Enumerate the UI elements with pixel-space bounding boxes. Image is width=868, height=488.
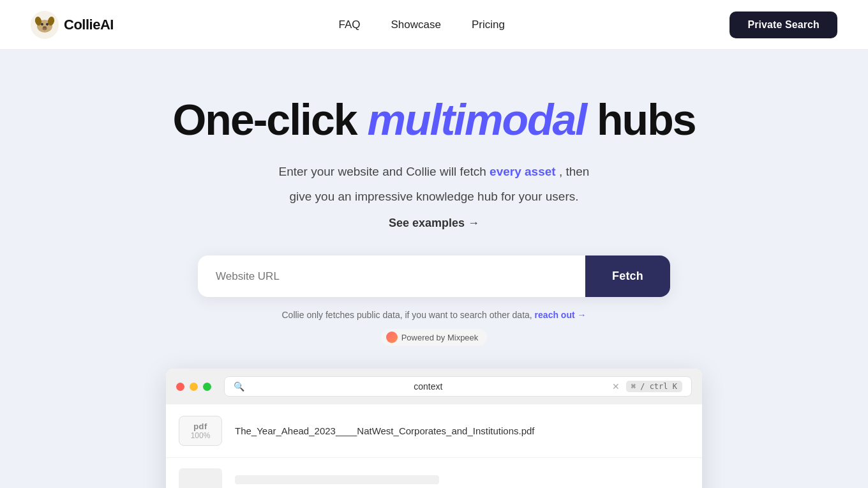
hero-subtext: Enter your website and Collie will fetch… [279,162,590,181]
heading-start: One-click [172,95,367,144]
powered-label: Powered by Mixpeek [401,333,479,342]
traffic-light-red [176,383,184,391]
hero-subtext-2: give you an impressive knowledge hub for… [289,187,578,206]
svg-point-6 [43,26,47,29]
hero-heading: One-click multimodal hubs [172,96,695,144]
logo[interactable]: CollieAI [31,11,114,39]
result-icon-placeholder [179,468,222,488]
heading-highlight: multimodal [368,95,587,144]
disclaimer-text: Collie only fetches public data, if you … [281,310,586,320]
browser-mockup: 🔍 context ✕ ⌘ / ctrl K pdf 100% The_Year… [166,369,702,488]
sub-start: Enter your website and Collie will fetch [279,165,490,178]
nav-showcase[interactable]: Showcase [391,19,440,31]
nav-faq[interactable]: FAQ [338,19,360,31]
pdf-result-row: pdf 100% The_Year_Ahead_2023____NatWest_… [166,404,702,458]
traffic-light-green [203,383,211,391]
sub-end: , then [556,165,590,178]
navbar: CollieAI FAQ Showcase Pricing Private Se… [0,0,868,50]
pdf-filename: The_Year_Ahead_2023____NatWest_Corporate… [235,425,535,436]
powered-by: Powered by Mixpeek [381,329,488,346]
pdf-type-label: pdf [193,422,207,431]
pdf-percent-label: 100% [191,431,211,440]
nav-links: FAQ Showcase Pricing [338,19,504,31]
browser-shortcut-badge: ⌘ / ctrl K [626,381,682,392]
logo-icon [31,11,59,39]
browser-search-text: context [251,381,606,392]
browser-search-icon: 🔍 [234,381,244,392]
fetch-button[interactable]: Fetch [585,255,670,297]
sub-highlight: every asset [490,165,556,178]
hero-section: One-click multimodal hubs Enter your web… [0,50,868,488]
browser-search-bar[interactable]: 🔍 context ✕ ⌘ / ctrl K [224,376,692,397]
private-search-button[interactable]: Private Search [730,11,837,38]
second-result-row [166,458,702,488]
see-examples-link[interactable]: See examples → [389,217,479,230]
disclaimer-start: Collie only fetches public data, if you … [281,310,532,320]
website-url-input[interactable] [198,255,585,297]
pdf-badge: pdf 100% [179,416,222,446]
svg-point-5 [46,23,49,26]
browser-clear-icon[interactable]: ✕ [612,381,620,392]
logo-label: CollieAI [64,17,114,33]
traffic-light-yellow [190,383,198,391]
reach-out-link[interactable]: reach out → [535,310,587,320]
result-text-placeholder [235,475,439,484]
mixpeek-badge: Powered by Mixpeek [381,329,488,346]
svg-point-4 [41,23,43,26]
browser-titlebar: 🔍 context ✕ ⌘ / ctrl K [166,369,702,404]
url-search-bar: Fetch [198,255,670,297]
heading-end: hubs [586,95,695,144]
browser-content: pdf 100% The_Year_Ahead_2023____NatWest_… [166,404,702,488]
mixpeek-logo-icon [386,332,398,343]
nav-pricing[interactable]: Pricing [472,19,505,31]
